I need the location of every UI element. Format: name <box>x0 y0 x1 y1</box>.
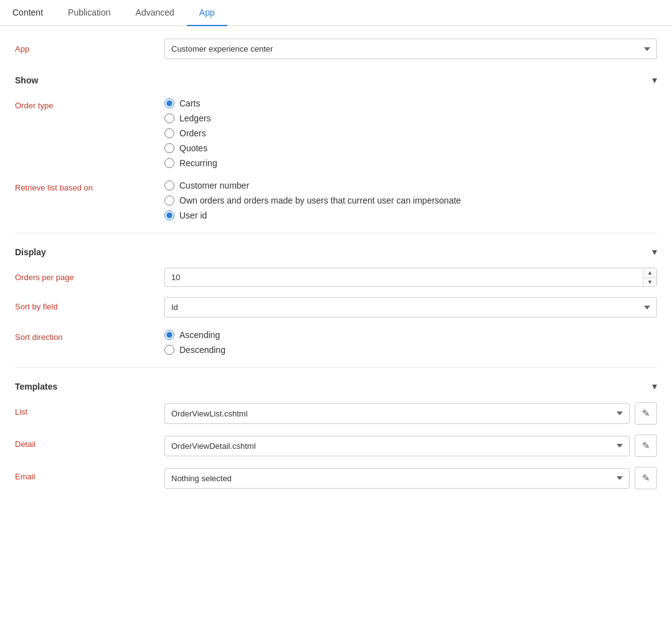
spinner-down-button[interactable]: ▼ <box>643 278 656 286</box>
sort-direction-row: Sort direction Ascending Descending <box>15 327 657 355</box>
sort-by-control: Id Name Date Status <box>164 297 657 317</box>
show-collapse-icon[interactable]: ▾ <box>652 74 657 86</box>
sort-direction-radio-group: Ascending Descending <box>164 327 657 355</box>
retrieve-label: Retrieve list based on <box>15 178 164 192</box>
detail-template-edit-button[interactable]: ✎ <box>635 435 657 457</box>
email-template-row: Email Nothing selected ✎ <box>15 467 657 489</box>
email-template-control: Nothing selected ✎ <box>164 467 657 489</box>
edit-icon-detail: ✎ <box>642 440 650 451</box>
orders-per-page-label: Orders per page <box>15 268 164 282</box>
retrieve-own-orders[interactable]: Own orders and orders made by users that… <box>164 195 657 205</box>
order-type-carts-label: Carts <box>179 98 200 108</box>
spinner-up-button[interactable]: ▲ <box>643 268 656 278</box>
tab-app[interactable]: App <box>187 0 227 26</box>
retrieve-own-orders-label: Own orders and orders made by users that… <box>179 195 461 205</box>
order-type-control: Carts Ledgers Orders Quotes <box>164 96 657 168</box>
orders-per-page-input[interactable] <box>164 268 657 287</box>
list-template-edit-button[interactable]: ✎ <box>635 402 657 425</box>
retrieve-customer-number[interactable]: Customer number <box>164 181 657 190</box>
app-select-wrapper: Customer experience center <box>164 39 657 59</box>
orders-per-page-wrapper: ▲ ▼ <box>164 268 657 287</box>
detail-template-row: Detail OrderViewDetail.cshtml ✎ <box>15 435 657 457</box>
sort-by-row: Sort by field Id Name Date Status <box>15 297 657 317</box>
sort-by-label: Sort by field <box>15 297 164 311</box>
retrieve-radio-group: Customer number Own orders and orders ma… <box>164 178 657 220</box>
main-content: App Customer experience center Show ▾ Or… <box>0 26 672 527</box>
tab-bar: Content Publication Advanced App <box>0 0 672 26</box>
order-type-ledgers-label: Ledgers <box>179 113 211 123</box>
sort-direction-ascending-label: Ascending <box>179 330 220 340</box>
tab-advanced[interactable]: Advanced <box>123 0 187 26</box>
list-template-select[interactable]: OrderViewList.cshtml <box>164 403 630 424</box>
show-section-header: Show ▾ <box>15 74 657 86</box>
sort-direction-descending[interactable]: Descending <box>164 345 657 355</box>
show-section: Show ▾ Order type Carts Ledgers <box>15 74 657 233</box>
order-type-row: Order type Carts Ledgers Orders <box>15 96 657 168</box>
display-section: Display ▾ Orders per page ▲ ▼ Sort by fi… <box>15 246 657 368</box>
order-type-orders[interactable]: Orders <box>164 128 657 138</box>
templates-collapse-icon[interactable]: ▾ <box>652 380 657 392</box>
templates-section: Templates ▾ List OrderViewList.cshtml ✎ … <box>15 380 657 502</box>
sort-direction-label: Sort direction <box>15 327 164 342</box>
order-type-orders-label: Orders <box>179 128 206 138</box>
list-template-label: List <box>15 402 164 416</box>
spinner-buttons: ▲ ▼ <box>643 268 656 286</box>
tab-publication[interactable]: Publication <box>55 0 123 26</box>
list-template-row-inner: OrderViewList.cshtml ✎ <box>164 402 657 425</box>
app-select[interactable]: Customer experience center <box>164 39 657 59</box>
detail-template-select[interactable]: OrderViewDetail.cshtml <box>164 436 630 456</box>
orders-per-page-row: Orders per page ▲ ▼ <box>15 268 657 287</box>
detail-template-row-inner: OrderViewDetail.cshtml ✎ <box>164 435 657 457</box>
sort-direction-ascending[interactable]: Ascending <box>164 330 657 340</box>
list-template-control: OrderViewList.cshtml ✎ <box>164 402 657 425</box>
order-type-label: Order type <box>15 96 164 110</box>
email-template-row-inner: Nothing selected ✎ <box>164 467 657 489</box>
order-type-recurring-label: Recurring <box>179 158 217 168</box>
app-row: App Customer experience center <box>15 39 657 59</box>
email-template-select[interactable]: Nothing selected <box>164 468 630 489</box>
order-type-quotes[interactable]: Quotes <box>164 143 657 153</box>
retrieve-row: Retrieve list based on Customer number O… <box>15 178 657 220</box>
orders-per-page-control: ▲ ▼ <box>164 268 657 287</box>
retrieve-control: Customer number Own orders and orders ma… <box>164 178 657 220</box>
tab-content[interactable]: Content <box>0 0 55 26</box>
retrieve-customer-number-label: Customer number <box>179 181 249 190</box>
order-type-recurring[interactable]: Recurring <box>164 158 657 168</box>
sort-direction-descending-label: Descending <box>179 345 225 355</box>
sort-by-select[interactable]: Id Name Date Status <box>164 297 657 317</box>
detail-template-label: Detail <box>15 435 164 449</box>
detail-template-control: OrderViewDetail.cshtml ✎ <box>164 435 657 457</box>
templates-section-title: Templates <box>15 382 57 392</box>
retrieve-user-id[interactable]: User id <box>164 210 657 220</box>
display-section-header: Display ▾ <box>15 246 657 258</box>
email-template-label: Email <box>15 467 164 481</box>
sort-direction-control: Ascending Descending <box>164 327 657 355</box>
order-type-ledgers[interactable]: Ledgers <box>164 113 657 123</box>
edit-icon: ✎ <box>642 408 650 419</box>
order-type-radio-group: Carts Ledgers Orders Quotes <box>164 96 657 168</box>
order-type-carts[interactable]: Carts <box>164 98 657 108</box>
display-collapse-icon[interactable]: ▾ <box>652 246 657 258</box>
order-type-quotes-label: Quotes <box>179 143 207 153</box>
show-section-title: Show <box>15 75 38 85</box>
display-section-title: Display <box>15 247 46 257</box>
retrieve-user-id-label: User id <box>179 210 207 220</box>
templates-section-header: Templates ▾ <box>15 380 657 392</box>
list-template-row: List OrderViewList.cshtml ✎ <box>15 402 657 425</box>
edit-icon-email: ✎ <box>642 472 650 484</box>
app-field-label: App <box>15 44 164 54</box>
email-template-edit-button[interactable]: ✎ <box>635 467 657 489</box>
